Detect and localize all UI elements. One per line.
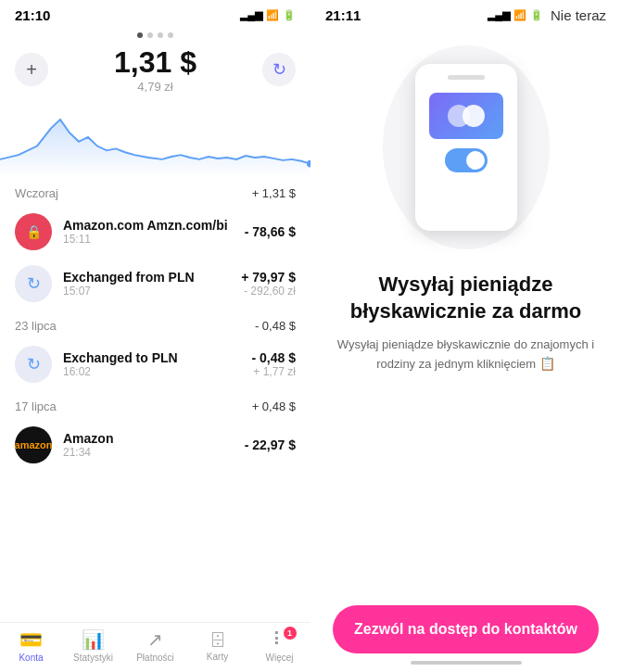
card-icon: ⌹ [212, 628, 223, 650]
status-icons-left: ▂▄▆ 📶 🔋 [240, 9, 296, 21]
refresh-button[interactable]: ↻ [262, 53, 296, 86]
dot-3 [158, 32, 163, 38]
nav-label-platnosci: Płatności [136, 653, 174, 663]
card-circle-right [463, 105, 485, 127]
toggle-visual [445, 148, 488, 172]
amazon-logo: amazon [15, 439, 53, 450]
tx-time: 15:11 [63, 233, 234, 246]
dot-4 [168, 32, 173, 38]
bottom-nav: 💳 Konta 📊 Statystyki ↗ Płatności ⌹ Karty… [0, 622, 310, 672]
table-row[interactable]: ↻ Exchanged from PLN 15:07 + 79,97 $ - 2… [0, 258, 310, 310]
sync-icon: ↻ [27, 354, 41, 374]
tx-secondary-amount: + 1,77 zł [252, 365, 296, 378]
nav-label-karty: Karty [207, 652, 228, 662]
balance-center: 1,31 $ 4,79 zł [114, 45, 196, 94]
nav-item-platnosci[interactable]: ↗ Płatności [124, 628, 186, 663]
nav-item-karty[interactable]: ⌹ Karty [186, 628, 248, 663]
tx-time: 15:07 [63, 285, 230, 298]
tx-details: Amazon 21:34 [63, 431, 234, 459]
chart-icon: 📊 [82, 628, 105, 651]
nav-item-konta[interactable]: 💳 Konta [0, 628, 62, 663]
table-row[interactable]: 🔒 Amazon.com Amzn.com/bi 15:11 - 78,66 $ [0, 206, 310, 258]
phone-mockup [415, 64, 517, 231]
toggle-knob [466, 151, 485, 170]
tx-time: 16:02 [63, 365, 241, 378]
cta-button[interactable]: Zezwól na dostęp do kontaktów [333, 605, 599, 653]
card-visual [429, 93, 503, 139]
time-left: 21:10 [15, 7, 50, 23]
nav-label-konta: Konta [19, 653, 43, 663]
page-dots [0, 27, 310, 42]
tx-name: Exchanged from PLN [63, 270, 230, 285]
chart-svg [0, 97, 310, 177]
chart-container [0, 94, 310, 177]
status-icons-right: ▂▄▆ 📶 🔋 [488, 9, 543, 21]
nav-item-wiecej[interactable]: ⠇ 1 Więcej [248, 628, 310, 663]
more-badge: 1 [284, 627, 297, 640]
status-bar-right: 21:11 ▂▄▆ 📶 🔋 Nie teraz [310, 0, 621, 27]
home-bar [411, 661, 522, 665]
section-amount-wczoraj: + 1,31 $ [252, 186, 296, 200]
balance-header: + 1,31 $ 4,79 zł ↻ [0, 42, 310, 94]
section-header-17lipca: 17 lipca + 0,48 $ [0, 390, 310, 419]
section-label-23lipca: 23 lipca [15, 319, 57, 333]
table-row[interactable]: ↻ Exchanged to PLN 16:02 - 0,48 $ + 1,77… [0, 338, 310, 390]
add-button[interactable]: + [15, 53, 48, 86]
tx-details: Exchanged to PLN 16:02 [63, 350, 241, 378]
table-row[interactable]: amazon Amazon 21:34 - 22,97 $ [0, 419, 310, 471]
exchange-from-icon: ↻ [15, 265, 52, 302]
status-bar-left: 21:10 ▂▄▆ 📶 🔋 [0, 0, 310, 27]
wallet-icon: 💳 [19, 628, 43, 651]
balance-sub: 4,79 zł [114, 80, 196, 94]
tx-details: Exchanged from PLN 15:07 [63, 270, 230, 298]
payment-icon: ↗ [147, 628, 163, 651]
nav-item-statystyki[interactable]: 📊 Statystyki [62, 628, 124, 663]
transaction-list: Wczoraj + 1,31 $ 🔒 Amazon.com Amzn.com/b… [0, 177, 310, 622]
tx-main-amount: - 0,48 $ [252, 350, 296, 365]
tx-amounts: - 0,48 $ + 1,77 zł [252, 350, 296, 378]
tx-time: 21:34 [63, 446, 234, 459]
refresh-icon: ↻ [272, 59, 286, 80]
not-now-button[interactable]: Nie teraz [551, 7, 606, 23]
dot-1 [137, 32, 143, 38]
tx-name: Amazon.com Amzn.com/bi [63, 218, 234, 233]
card-circles [448, 105, 485, 127]
tx-amounts: - 22,97 $ [245, 437, 296, 452]
left-panel: 21:10 ▂▄▆ 📶 🔋 + 1,31 $ 4,79 zł ↻ [0, 0, 310, 672]
wifi-icon-right: 📶 [513, 9, 526, 21]
wifi-icon: 📶 [266, 9, 279, 21]
sync-icon: ↻ [27, 273, 41, 294]
promo-illustration: Wysyłaj pieniądze błyskawicznie za darmo… [310, 27, 621, 605]
nav-label-wiecej: Więcej [265, 653, 293, 663]
time-right: 21:11 [325, 7, 361, 23]
tx-amounts: - 78,66 $ [245, 224, 296, 239]
tx-secondary-amount: - 292,60 zł [241, 285, 296, 298]
phone-mockup-wrapper [383, 45, 550, 249]
section-header-wczoraj: Wczoraj + 1,31 $ [0, 177, 310, 206]
tx-amounts: + 79,97 $ - 292,60 zł [241, 270, 296, 298]
emoji-icon: 📋 [539, 356, 555, 371]
exchange-to-icon: ↻ [15, 346, 52, 383]
lock-icon: 🔒 [26, 224, 42, 239]
tx-main-amount: - 22,97 $ [245, 437, 296, 452]
tx-name: Amazon [63, 431, 234, 446]
tx-details: Amazon.com Amzn.com/bi 15:11 [63, 218, 234, 246]
signal-icon: ▂▄▆ [240, 9, 262, 21]
section-amount-17lipca: + 0,48 $ [252, 399, 296, 413]
section-label-wczoraj: Wczoraj [15, 186, 58, 200]
section-header-23lipca: 23 lipca - 0,48 $ [0, 310, 310, 338]
home-indicator [310, 653, 621, 672]
amazon-icon: 🔒 [15, 213, 52, 250]
dot-2 [147, 32, 153, 38]
tx-main-amount: - 78,66 $ [245, 224, 296, 239]
promo-desc: Wysyłaj pieniądze błyskawicznie do znajo… [333, 336, 599, 374]
promo-title: Wysyłaj pieniądze błyskawicznie za darmo [333, 272, 599, 324]
right-panel: 21:11 ▂▄▆ 📶 🔋 Nie teraz [310, 0, 621, 672]
section-amount-23lipca: - 0,48 $ [255, 319, 296, 333]
balance-amount: 1,31 $ [114, 45, 196, 80]
battery-icon: 🔋 [283, 9, 296, 21]
amazon-black-icon: amazon [15, 426, 52, 463]
phone-notch [448, 75, 485, 80]
tx-main-amount: + 79,97 $ [241, 270, 296, 285]
nav-label-statystyki: Statystyki [73, 653, 113, 663]
